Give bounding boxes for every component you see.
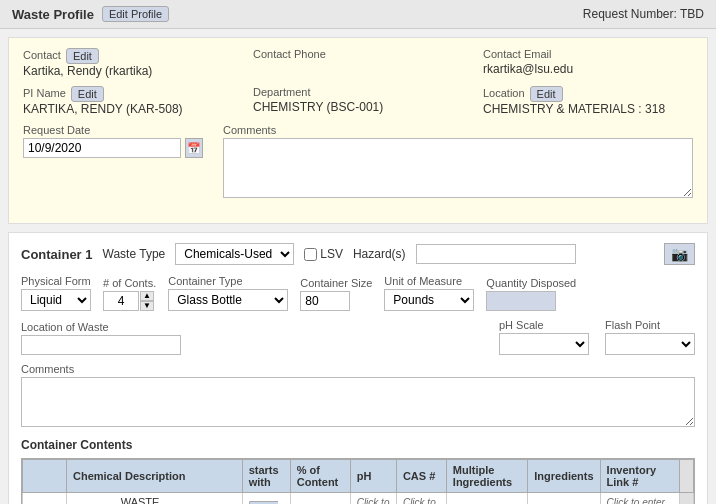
physical-form-group: Physical Form Liquid Solid Gas Sludge — [21, 275, 91, 311]
container-section: Container 1 Waste Type Chemicals-Used Bi… — [8, 232, 708, 504]
container-title: Container 1 — [21, 247, 93, 262]
num-conts-up[interactable]: ▲ — [140, 291, 154, 301]
contact-email-label: Contact Email — [483, 48, 693, 60]
request-date-field: Request Date 📅 — [23, 124, 203, 158]
col-header-inventory: Inventory Link # — [600, 460, 679, 493]
container-header: Container 1 Waste Type Chemicals-Used Bi… — [21, 243, 695, 265]
pi-name-value: KARTIKA, RENDY (KAR-508) — [23, 102, 233, 116]
num-conts-down[interactable]: ▼ — [140, 301, 154, 311]
contact-phone-label: Contact Phone — [253, 48, 463, 60]
col-header-action — [23, 460, 67, 493]
location-value: CHEMISTRY & MATERIALS : 318 — [483, 102, 693, 116]
comments-top-field: Comments — [223, 124, 693, 201]
ph-scale-label: pH Scale — [499, 319, 589, 331]
camera-button[interactable]: 📷 — [664, 243, 695, 265]
top-form: Contact Edit Kartika, Rendy (rkartika) C… — [8, 37, 708, 224]
chemical-description-cell: Search WASTE HALOGENATED SOLVENTS - KART… — [67, 493, 243, 505]
contact-field: Contact Edit Kartika, Rendy (rkartika) — [23, 48, 233, 78]
ph-cell[interactable]: Click to enter pH — [350, 493, 396, 505]
container-type-label: Container Type — [168, 275, 288, 287]
ingredients-cell — [528, 493, 600, 505]
unit-of-measure-select[interactable]: Pounds Gallons Liters Kilograms — [384, 289, 474, 311]
contact-label: Contact — [23, 49, 61, 61]
quantity-disposed-input[interactable] — [486, 291, 556, 311]
request-number: Request Number: TBD — [583, 7, 704, 21]
location-edit-button[interactable]: Edit — [530, 86, 563, 102]
ph-scale-select[interactable]: 1234 5678 9101112 1314 — [499, 333, 589, 355]
num-conts-input[interactable] — [103, 291, 139, 311]
col-header-chemical: Chemical Description — [67, 460, 243, 493]
comments-container-textarea[interactable] — [21, 377, 695, 427]
cas-value[interactable]: Click to enter CAS # — [403, 497, 436, 504]
comments-container-section: Comments — [21, 363, 695, 430]
loc-ph-flash-row: Location of Waste pH Scale 1234 5678 910… — [21, 319, 695, 355]
col-header-starts-with: starts with — [242, 460, 290, 493]
inventory-link-cell[interactable]: Click to enter Inventory Link # — [600, 493, 679, 505]
contents-table: Chemical Description starts with % of Co… — [22, 459, 694, 504]
container-type-group: Container Type Glass Bottle Plastic Bott… — [168, 275, 288, 311]
num-conts-label: # of Conts. — [103, 277, 156, 289]
inventory-link-value[interactable]: Click to enter Inventory Link # — [607, 497, 669, 504]
flash-point-select[interactable]: <73°F 73-100°F >100°F — [605, 333, 695, 355]
container-type-select[interactable]: Glass Bottle Plastic Bottle Drum Box — [168, 289, 288, 311]
flash-point-label: Flash Point — [605, 319, 695, 331]
unit-of-measure-label: Unit of Measure — [384, 275, 474, 287]
comments-top-textarea[interactable] — [223, 138, 693, 198]
location-label: Location — [483, 87, 525, 99]
contact-phone-field: Contact Phone — [253, 48, 463, 78]
starts-with-cell: starts with — [242, 493, 290, 505]
department-value: CHEMISTRY (BSC-001) — [253, 100, 463, 114]
request-date-label: Request Date — [23, 124, 203, 136]
waste-type-select[interactable]: Chemicals-Used Biological Radioactive Un… — [175, 243, 294, 265]
chemical-description-value: WASTE HALOGENATED SOLVENTS - KARTIKA — [121, 496, 236, 504]
flash-point-group: Flash Point <73°F 73-100°F >100°F — [605, 319, 695, 355]
container-contents-title: Container Contents — [21, 438, 695, 452]
location-field: Location Edit CHEMISTRY & MATERIALS : 31… — [483, 86, 693, 116]
chemical-description-header: Chemical Description — [73, 470, 185, 482]
waste-profile-title: Waste Profile — [12, 7, 94, 22]
location-waste-input[interactable] — [21, 335, 181, 355]
request-date-input[interactable] — [23, 138, 181, 158]
physical-form-select[interactable]: Liquid Solid Gas Sludge — [21, 289, 91, 311]
request-number-value: TBD — [680, 7, 704, 21]
table-row: ↩ - Search WASTE HALOGENATED SOLVENTS - … — [23, 493, 694, 505]
pi-name-edit-button[interactable]: Edit — [71, 86, 104, 102]
col-header-multiple: Multiple Ingredients — [446, 460, 527, 493]
container-header-right: 📷 — [664, 243, 695, 265]
lsv-checkbox-container: LSV — [304, 247, 343, 261]
location-waste-group: Location of Waste — [21, 321, 483, 355]
ph-value[interactable]: Click to enter pH — [357, 497, 390, 504]
scroll-cell — [680, 493, 694, 505]
ph-scale-group: pH Scale 1234 5678 9101112 1314 — [499, 319, 589, 355]
header-bar: Waste Profile Edit Profile Request Numbe… — [0, 0, 716, 29]
contact-value: Kartika, Rendy (rkartika) — [23, 64, 233, 78]
pi-name-label: PI Name — [23, 87, 66, 99]
container-size-label: Container Size — [300, 277, 372, 289]
edit-profile-button[interactable]: Edit Profile — [102, 6, 169, 22]
comments-container-label: Comments — [21, 363, 695, 375]
col-header-ingredients: Ingredients — [528, 460, 600, 493]
location-waste-label: Location of Waste — [21, 321, 483, 333]
calendar-icon[interactable]: 📅 — [185, 138, 203, 158]
lsv-label: LSV — [320, 247, 343, 261]
comments-top-label: Comments — [223, 124, 693, 136]
contact-email-value: rkartika@lsu.edu — [483, 62, 693, 76]
contact-edit-button[interactable]: Edit — [66, 48, 99, 64]
department-label: Department — [253, 86, 463, 98]
row-action-cell: ↩ - — [23, 493, 67, 505]
department-field: Department CHEMISTRY (BSC-001) — [253, 86, 463, 116]
lsv-checkbox[interactable] — [304, 248, 317, 261]
contact-email-field: Contact Email rkartika@lsu.edu — [483, 48, 693, 78]
pi-name-field: PI Name Edit KARTIKA, RENDY (KAR-508) — [23, 86, 233, 116]
quantity-disposed-label: Quantity Disposed — [486, 277, 576, 289]
col-header-cas: CAS # — [396, 460, 446, 493]
multiple-ingredients-cell: No — [446, 493, 527, 505]
col-header-ph: pH — [350, 460, 396, 493]
container-contents: Container Contents Chemical Description … — [21, 438, 695, 504]
pct-content-cell: 100.00 — [290, 493, 350, 505]
container-size-input[interactable] — [300, 291, 350, 311]
cas-cell[interactable]: Click to enter CAS # — [396, 493, 446, 505]
hazards-input[interactable] — [416, 244, 576, 264]
header-left: Waste Profile Edit Profile — [12, 6, 169, 22]
waste-type-label: Waste Type — [103, 247, 166, 261]
